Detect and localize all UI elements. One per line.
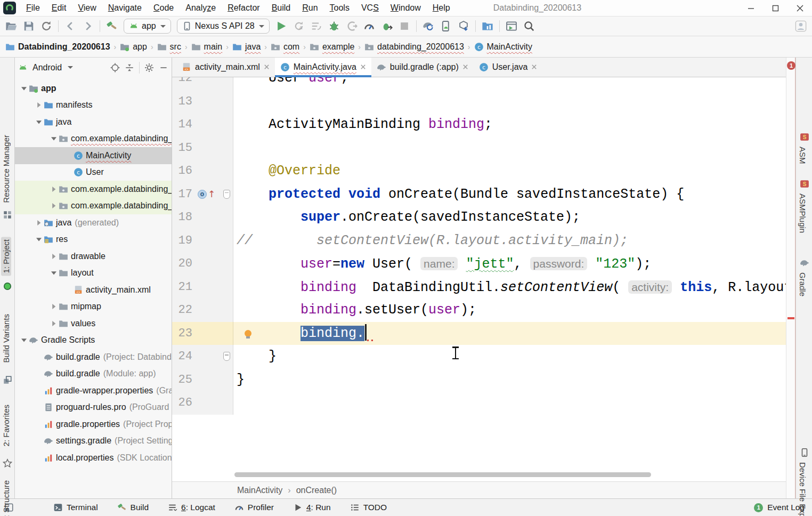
profile-icon[interactable]: [363, 20, 375, 32]
tree-item-java[interactable]: java: [15, 114, 172, 131]
close-icon[interactable]: [264, 62, 270, 72]
search-everywhere-icon[interactable]: [523, 20, 535, 32]
toolwindow-button--favorites[interactable]: 2: Favorites: [1, 402, 11, 449]
toolwindow-button-device-file-explorer[interactable]: Device File Explorer: [798, 459, 808, 516]
intention-bulb-icon[interactable]: [245, 330, 251, 337]
statusbar-item-build[interactable]: Build: [117, 503, 149, 512]
code-editor[interactable]: 12 User user;1314 ActivityMainBinding bi…: [172, 77, 786, 481]
tree-item-com-example-databinding-20200613[interactable]: com.example.databinding_20200613: [15, 181, 172, 198]
toolwindow-button--project[interactable]: 1: Project: [1, 237, 11, 276]
tree-item-build-gradle[interactable]: build.gradle(Module: app): [15, 366, 172, 383]
toolwindow-button-asmplugin[interactable]: ASMPlugin: [798, 191, 808, 236]
tree-item-gradle-scripts[interactable]: Gradle Scripts: [15, 332, 172, 349]
collapse-arrow-icon[interactable]: [49, 134, 59, 143]
make-project-icon[interactable]: [106, 20, 118, 32]
tree-item-mipmap[interactable]: mipmap: [15, 299, 172, 316]
collapse-arrow-icon[interactable]: [19, 335, 29, 345]
device-selector[interactable]: Nexus S API 28: [177, 19, 270, 34]
sdk-manager-icon[interactable]: [458, 20, 469, 32]
avd-manager-icon[interactable]: [440, 20, 452, 32]
toolwindow-button--structure[interactable]: 7: Structure: [1, 478, 11, 516]
apply-code-changes-icon[interactable]: [311, 20, 322, 32]
editor-breadcrumb-item[interactable]: MainActivity: [237, 486, 282, 495]
breadcrumb-item-com[interactable]: com: [271, 42, 299, 52]
elephant-icon[interactable]: [800, 258, 809, 268]
breadcrumb-item-example[interactable]: example: [310, 42, 354, 52]
hide-panel-icon[interactable]: [159, 63, 168, 72]
toolwindow-button-gradle[interactable]: Gradle: [798, 270, 808, 299]
menu-item-run[interactable]: Run: [296, 0, 323, 16]
run-configuration-selector[interactable]: app: [124, 19, 171, 34]
apply-changes-icon[interactable]: A: [293, 20, 305, 32]
tree-item-values[interactable]: values: [15, 315, 172, 332]
tree-item-drawable[interactable]: drawable: [15, 248, 172, 265]
tree-item-gradle-wrapper-properties[interactable]: gradle-wrapper.properties(Gradle Version…: [15, 382, 172, 399]
tree-item-proguard-rules-pro[interactable]: proguard-rules.pro(ProGuard Rules for ap…: [15, 399, 172, 416]
greendot-icon[interactable]: [3, 281, 12, 291]
expand-arrow-icon[interactable]: [49, 201, 59, 211]
toolwindow-button-resource-manager[interactable]: Resource Manager: [1, 132, 11, 206]
save-all-icon[interactable]: [23, 20, 35, 32]
tree-item-activity-main-xml[interactable]: <>activity_main.xml: [15, 281, 172, 299]
menu-item-navigate[interactable]: Navigate: [102, 0, 148, 16]
collapse-arrow-icon[interactable]: [34, 235, 44, 244]
tree-item-com-example-databinding-20200613[interactable]: com.example.databinding_20200613: [15, 198, 172, 215]
breadcrumb-item-mainactivity[interactable]: cMainActivity: [474, 42, 532, 52]
expand-arrow-icon[interactable]: [34, 218, 44, 228]
locate-file-icon[interactable]: [110, 63, 120, 72]
navigate-forward-icon[interactable]: [82, 20, 94, 32]
attach-debugger-icon[interactable]: [346, 20, 358, 32]
breadcrumb-item-databinding_20200613[interactable]: Databinding_20200613: [5, 42, 110, 52]
statusbar-item-4-run[interactable]: 4: Run: [293, 503, 331, 512]
breadcrumb-item-src[interactable]: src: [157, 42, 181, 52]
editor-tab-build-gradle-app-[interactable]: build.gradle (:app): [371, 58, 474, 77]
menu-item-analyze[interactable]: Analyze: [180, 0, 222, 16]
profile-debug-icon[interactable]: [381, 20, 393, 32]
close-icon[interactable]: [462, 62, 468, 72]
expand-arrow-icon[interactable]: [49, 252, 59, 261]
statusbar-item-terminal[interactable]: Terminal: [53, 503, 98, 512]
close-icon[interactable]: [360, 62, 366, 72]
tree-item-mainactivity[interactable]: cMainActivity: [15, 147, 172, 164]
event-log-button[interactable]: 1Event Log: [754, 503, 805, 512]
menu-item-edit[interactable]: Edit: [46, 0, 72, 16]
rm-icon[interactable]: [3, 210, 12, 220]
tree-item-layout[interactable]: layout: [15, 265, 172, 282]
minimize-button[interactable]: [738, 0, 763, 16]
tree-item-com-example-databinding-20200613[interactable]: com.example.databinding_20200613: [15, 131, 172, 148]
tree-item-settings-gradle[interactable]: settings.gradle(Project Settings): [15, 433, 172, 450]
error-stripe[interactable]: 1: [786, 58, 795, 498]
fold-marker-icon[interactable]: [223, 190, 230, 199]
navigate-back-icon[interactable]: [64, 20, 76, 32]
tree-item-user[interactable]: cUser: [15, 164, 172, 181]
close-icon[interactable]: [531, 62, 537, 72]
stop-icon[interactable]: [399, 20, 410, 32]
breadcrumb-item-app[interactable]: app: [120, 42, 147, 52]
override-marker-icon[interactable]: o: [198, 190, 207, 199]
tree-item-local-properties[interactable]: local.properties(SDK Location): [15, 449, 172, 466]
menu-item-refactor[interactable]: Refactor: [222, 0, 265, 16]
project-structure-icon[interactable]: [482, 20, 493, 32]
project-view-selector[interactable]: Android: [33, 63, 62, 72]
tree-item-manifests[interactable]: manifests: [15, 97, 172, 114]
device-icon[interactable]: [800, 448, 809, 457]
breadcrumb-item-java[interactable]: java: [232, 42, 261, 52]
editor-tab-activity-main-xml[interactable]: <>activity_main.xml: [176, 58, 275, 77]
statusbar-item-6-logcat[interactable]: 6: Logcat: [168, 503, 215, 512]
menu-item-help[interactable]: Help: [427, 0, 456, 16]
menu-item-vcs[interactable]: VCS: [355, 0, 385, 16]
editor-breadcrumb-item[interactable]: onCreate(): [296, 486, 337, 495]
debug-icon[interactable]: [328, 20, 340, 32]
expand-arrow-icon[interactable]: [34, 100, 44, 110]
synchronize-icon[interactable]: [40, 20, 52, 32]
inspection-error-badge[interactable]: 1: [787, 61, 795, 70]
menu-item-build[interactable]: Build: [266, 0, 297, 16]
bv-icon[interactable]: [3, 375, 12, 385]
tree-item-build-gradle[interactable]: build.gradle(Project: Databinding_202006…: [15, 349, 172, 366]
close-button[interactable]: [787, 0, 812, 16]
breadcrumb-item-databinding_20200613[interactable]: databinding_20200613: [364, 42, 464, 52]
expand-arrow-icon[interactable]: [49, 184, 59, 194]
tree-item-res[interactable]: res: [15, 231, 172, 248]
gradle-sync-icon[interactable]: [423, 20, 434, 32]
open-file-icon[interactable]: [5, 20, 17, 32]
